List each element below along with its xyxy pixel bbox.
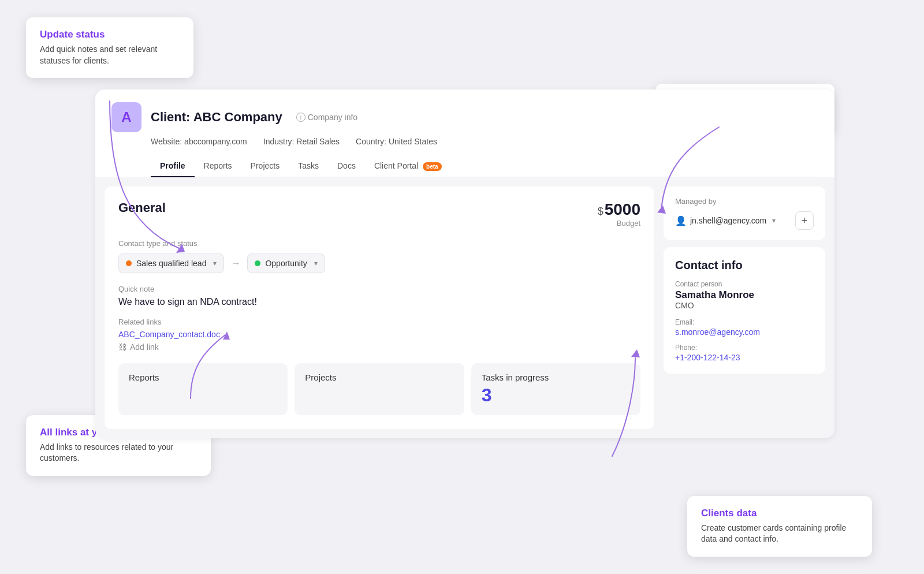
clients-data-title: Clients data — [701, 508, 858, 519]
content-area: General $5000 Budget Contact type and st… — [95, 177, 834, 438]
manager-chevron-icon: ▾ — [772, 217, 776, 225]
contact-info-title: Contact info — [675, 259, 814, 272]
company-info-label: Company info — [308, 113, 357, 122]
contact-type-label: Contact type and status — [118, 239, 640, 248]
quick-note-label: Quick note — [118, 285, 640, 293]
tab-projects[interactable]: Projects — [241, 155, 289, 177]
contact-info-card: Contact info Contact person Samatha Monr… — [664, 247, 825, 374]
contact-phone[interactable]: +1-200-122-14-23 — [675, 353, 814, 362]
client-industry: Industry: Retail Sales — [263, 137, 340, 146]
tasks-count: 3 — [482, 385, 630, 406]
budget-label: Budget — [598, 219, 640, 228]
beta-badge: beta — [423, 162, 442, 171]
general-card: General $5000 Budget Contact type and st… — [105, 187, 654, 429]
clients-data-tooltip: Clients data Create customer cards conta… — [687, 496, 872, 557]
tab-docs[interactable]: Docs — [328, 155, 365, 177]
right-sidebar: Managed by 👤 jn.shell@agency.com ▾ + Con… — [664, 187, 825, 429]
manager-row: 👤 jn.shell@agency.com ▾ + — [675, 211, 814, 230]
tab-reports[interactable]: Reports — [195, 155, 241, 177]
main-panel: A Client: ABC Company i Company info Web… — [95, 90, 834, 438]
contact-phone-label: Phone: — [675, 344, 814, 352]
quick-note-text: We have to sign an NDA contract! — [118, 297, 640, 307]
managed-by-card: Managed by 👤 jn.shell@agency.com ▾ + — [664, 187, 825, 240]
update-status-text: Add quick notes and set relevant statuse… — [40, 44, 180, 66]
budget-value: 5000 — [605, 200, 640, 218]
client-website: Website: abccompany.com — [151, 137, 247, 146]
green-dot — [255, 260, 260, 266]
person-icon: 👤 — [675, 215, 687, 226]
status-from-label: Sales qualified lead — [136, 259, 206, 268]
orange-dot — [126, 260, 132, 266]
manager-email: jn.shell@agency.com — [690, 216, 766, 225]
status-to-dropdown[interactable]: Opportunity ▾ — [247, 254, 325, 273]
tasks-card[interactable]: Tasks in progress 3 — [471, 363, 640, 415]
add-manager-button[interactable]: + — [795, 211, 814, 230]
client-header: A Client: ABC Company i Company info Web… — [95, 90, 834, 177]
managed-by-label: Managed by — [675, 197, 814, 206]
status-to-label: Opportunity — [265, 259, 307, 268]
tab-tasks[interactable]: Tasks — [289, 155, 328, 177]
company-info-link[interactable]: i Company info — [296, 113, 357, 122]
status-from-dropdown[interactable]: Sales qualified lead ▾ — [118, 254, 224, 273]
contact-person-role: CMO — [675, 301, 814, 310]
update-status-tooltip: Update status Add quick notes and set re… — [26, 17, 193, 78]
related-link[interactable]: ABC_Company_contact.doc — [118, 330, 640, 339]
client-meta: Website: abccompany.com Industry: Retail… — [151, 137, 818, 146]
projects-card[interactable]: Projects — [295, 363, 464, 415]
budget-symbol: $ — [598, 206, 603, 217]
info-icon: i — [296, 113, 305, 122]
related-links-label: Related links — [118, 318, 640, 326]
nav-tabs: Profile Reports Projects Tasks Docs Clie… — [151, 155, 818, 177]
all-links-text: Add links to resources related to your c… — [40, 442, 197, 464]
tab-profile[interactable]: Profile — [151, 155, 195, 177]
client-name: Client: ABC Company — [151, 110, 282, 125]
contact-email-label: Email: — [675, 318, 814, 326]
chevron-down-icon: ▾ — [213, 259, 217, 267]
budget-amount: $5000 — [598, 200, 640, 219]
tasks-label: Tasks in progress — [482, 372, 549, 382]
general-header: General $5000 Budget — [118, 200, 640, 228]
projects-label: Projects — [305, 372, 336, 382]
clients-data-text: Create customer cards containing profile… — [701, 523, 858, 545]
arrow-right-icon: → — [231, 258, 240, 269]
reports-card[interactable]: Reports — [118, 363, 288, 415]
bottom-cards: Reports Projects Tasks in progress 3 — [118, 363, 640, 415]
manager-info: 👤 jn.shell@agency.com ▾ — [675, 215, 776, 226]
contact-email[interactable]: s.monroe@agency.com — [675, 327, 814, 337]
budget-section: $5000 Budget — [598, 200, 640, 228]
status-row: Sales qualified lead ▾ → Opportunity ▾ — [118, 254, 640, 273]
add-link-button[interactable]: ⛓ Add link — [118, 342, 640, 352]
update-status-title: Update status — [40, 29, 180, 40]
contact-person-name: Samatha Monroe — [675, 289, 814, 301]
add-link-label: Add link — [130, 342, 159, 352]
link-icon: ⛓ — [118, 342, 126, 352]
reports-label: Reports — [129, 372, 159, 382]
contact-person-label: Contact person — [675, 280, 814, 288]
tab-client-portal[interactable]: Client Portal beta — [365, 155, 451, 177]
chevron-down-icon-2: ▾ — [314, 259, 318, 267]
client-avatar: A — [111, 102, 141, 132]
client-country: Country: United States — [356, 137, 437, 146]
general-title: General — [118, 200, 166, 215]
client-title-row: A Client: ABC Company i Company info — [111, 102, 818, 132]
